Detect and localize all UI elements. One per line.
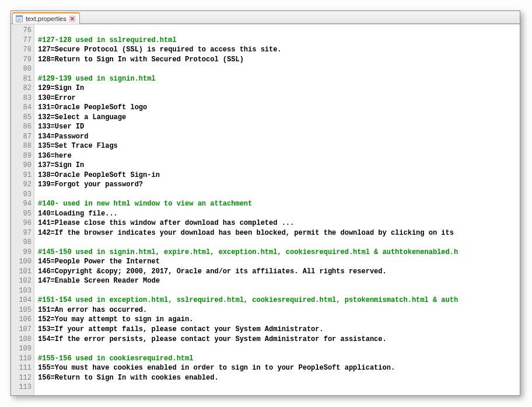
- tab-label: text.properties: [26, 15, 66, 22]
- file-icon: [15, 15, 23, 23]
- editor-window: text.properties 767778798081828384858687…: [10, 11, 520, 396]
- text-token: 140=Loading file...: [38, 210, 118, 218]
- code-line: 155=You must have cookies enabled in ord…: [38, 363, 520, 373]
- line-number: 79: [11, 55, 32, 65]
- line-number: 112: [11, 373, 32, 383]
- text-token: 145=People Power the Internet: [38, 258, 160, 266]
- code-line: #129-139 used in signin.html: [38, 74, 520, 84]
- code-line: [38, 382, 520, 392]
- text-token: 135=Set Trace Flags: [38, 142, 118, 150]
- text-token: 141=Please close this window after downl…: [38, 219, 294, 227]
- line-number: 90: [11, 161, 32, 171]
- text-token: 134=Password: [38, 133, 88, 141]
- text-token: 154=If the error persists, please contac…: [38, 335, 387, 343]
- text-token: 138=Oracle PeopleSoft Sign-in: [38, 171, 160, 179]
- text-token: 153=If your attempt fails, please contac…: [38, 325, 324, 333]
- line-number: 76: [11, 26, 32, 36]
- code-line: 133=User ID: [38, 122, 520, 132]
- line-number: 104: [11, 295, 32, 305]
- code-line: [38, 26, 520, 36]
- line-number: 103: [11, 286, 32, 296]
- code-line: 138=Oracle PeopleSoft Sign-in: [38, 171, 520, 180]
- line-number: 95: [11, 209, 32, 219]
- line-number: 78: [11, 45, 32, 55]
- text-token: 132=Select a Language: [38, 113, 126, 121]
- code-line: #145-150 used in signin.html, expire.htm…: [38, 248, 520, 258]
- code-line: 128=Return to Sign In with Secured Proto…: [38, 55, 520, 65]
- code-line: [38, 344, 520, 354]
- line-number: 77: [11, 36, 32, 46]
- code-line: 130=Error: [38, 93, 520, 103]
- code-line: 153=If your attempt fails, please contac…: [38, 325, 520, 335]
- line-number: 111: [11, 363, 32, 373]
- file-tab[interactable]: text.properties: [12, 12, 80, 24]
- comment-token: #127-128 used in sslrequired.html: [38, 36, 177, 44]
- line-number: 113: [11, 382, 32, 392]
- code-content[interactable]: #127-128 used in sslrequired.html127=Sec…: [34, 25, 520, 395]
- text-token: 151=An error has occurred.: [38, 306, 147, 314]
- code-line: 152=You may attempt to sign in again.: [38, 315, 520, 325]
- text-token: 142=If the browser indicates your downlo…: [38, 229, 454, 237]
- comment-token: #129-139 used in signin.html: [38, 75, 156, 83]
- text-token: 156=Return to Sign In with cookies enabl…: [38, 374, 219, 382]
- line-number: 108: [11, 335, 32, 345]
- code-line: #140- used in new html window to view an…: [38, 199, 520, 209]
- text-token: 128=Return to Sign In with Secured Proto…: [38, 55, 244, 64]
- comment-token: #151-154 used in exception.html, sslrequ…: [38, 296, 458, 304]
- line-number: 109: [11, 344, 32, 354]
- text-token: 147=Enable Screen Reader Mode: [38, 277, 160, 285]
- code-line: #151-154 used in exception.html, sslrequ…: [38, 295, 520, 305]
- line-number: 83: [11, 93, 32, 103]
- line-number: 106: [11, 315, 32, 325]
- line-number: 110: [11, 354, 32, 364]
- line-number: 86: [11, 122, 32, 132]
- text-token: 152=You may attempt to sign in again.: [38, 315, 193, 323]
- code-line: 137=Sign In: [38, 161, 520, 171]
- code-line: [38, 64, 520, 74]
- code-line: 145=People Power the Internet: [38, 257, 520, 267]
- line-number: 101: [11, 267, 32, 277]
- line-number: 96: [11, 218, 32, 228]
- text-token: 130=Error: [38, 94, 76, 102]
- code-line: 129=Sign In: [38, 84, 520, 93]
- code-line: #155-156 used in cookiesrequired.html: [38, 354, 520, 364]
- editor-area[interactable]: 7677787980818283848586878889909192939495…: [11, 24, 520, 395]
- text-token: 129=Sign In: [38, 84, 84, 92]
- text-token: 137=Sign In: [38, 161, 84, 169]
- close-tab-icon[interactable]: [69, 15, 76, 22]
- line-number: 84: [11, 103, 32, 113]
- code-line: 127=Secure Protocol (SSL) is required to…: [38, 45, 520, 55]
- code-line: #127-128 used in sslrequired.html: [38, 36, 520, 46]
- line-number: 80: [11, 64, 32, 74]
- code-line: 136=here: [38, 151, 520, 161]
- tab-bar: text.properties: [11, 11, 520, 24]
- line-number: 98: [11, 238, 32, 248]
- line-number: 99: [11, 248, 32, 258]
- line-number: 107: [11, 325, 32, 335]
- comment-token: #140- used in new html window to view an…: [38, 200, 252, 208]
- code-line: [38, 238, 520, 248]
- code-line: 146=Copyright &copy; 2000, 2017, Oracle …: [38, 267, 520, 277]
- code-line: [38, 286, 520, 296]
- code-line: [38, 190, 520, 200]
- code-line: 135=Set Trace Flags: [38, 141, 520, 151]
- text-token: 127=Secure Protocol (SSL) is required to…: [38, 46, 282, 54]
- line-number: 97: [11, 228, 32, 238]
- line-number: 102: [11, 276, 32, 286]
- line-number: 94: [11, 199, 32, 209]
- line-number: 91: [11, 171, 32, 180]
- line-number: 105: [11, 305, 32, 315]
- line-number: 100: [11, 257, 32, 267]
- line-number: 87: [11, 132, 32, 142]
- code-line: 151=An error has occurred.: [38, 305, 520, 315]
- svg-rect-1: [16, 16, 23, 18]
- line-number: 88: [11, 141, 32, 151]
- code-line: 142=If the browser indicates your downlo…: [38, 228, 520, 238]
- code-line: 132=Select a Language: [38, 113, 520, 123]
- line-number: 82: [11, 84, 32, 93]
- comment-token: #155-156 used in cookiesrequired.html: [38, 354, 193, 363]
- code-line: 140=Loading file...: [38, 209, 520, 219]
- code-line: 154=If the error persists, please contac…: [38, 335, 520, 345]
- text-token: 155=You must have cookies enabled in ord…: [38, 364, 395, 372]
- code-line: 156=Return to Sign In with cookies enabl…: [38, 373, 520, 383]
